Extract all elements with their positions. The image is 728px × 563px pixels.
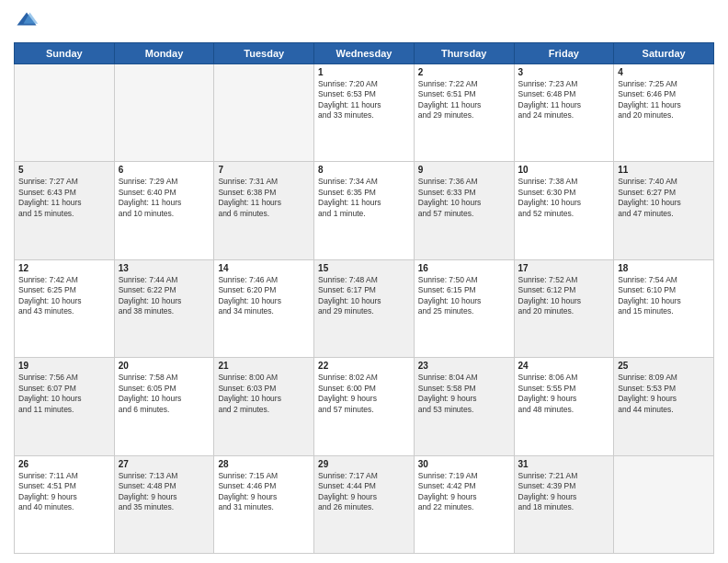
day-info: Sunrise: 7:19 AM Sunset: 4:42 PM Dayligh…: [418, 471, 510, 513]
calendar-cell: 22Sunrise: 8:02 AM Sunset: 6:00 PM Dayli…: [314, 358, 415, 455]
day-info: Sunrise: 8:09 AM Sunset: 5:53 PM Dayligh…: [618, 373, 710, 415]
day-info: Sunrise: 7:15 AM Sunset: 4:46 PM Dayligh…: [218, 471, 310, 513]
calendar-cell: 17Sunrise: 7:52 AM Sunset: 6:12 PM Dayli…: [514, 259, 614, 357]
calendar-cell: 14Sunrise: 7:46 AM Sunset: 6:20 PM Dayli…: [214, 259, 314, 357]
calendar-cell: 18Sunrise: 7:54 AM Sunset: 6:10 PM Dayli…: [614, 259, 714, 357]
calendar-cell: 25Sunrise: 8:09 AM Sunset: 5:53 PM Dayli…: [614, 358, 714, 455]
day-info: Sunrise: 7:50 AM Sunset: 6:15 PM Dayligh…: [418, 275, 510, 317]
day-info: Sunrise: 7:36 AM Sunset: 6:33 PM Dayligh…: [418, 177, 510, 219]
calendar-cell: 19Sunrise: 7:56 AM Sunset: 6:07 PM Dayli…: [15, 358, 115, 455]
day-header-thursday: Thursday: [414, 43, 514, 64]
page-container: SundayMondayTuesdayWednesdayThursdayFrid…: [0, 0, 728, 563]
header: [14, 9, 714, 35]
day-info: Sunrise: 7:20 AM Sunset: 6:53 PM Dayligh…: [318, 79, 410, 121]
day-info: Sunrise: 7:56 AM Sunset: 6:07 PM Dayligh…: [18, 373, 110, 415]
day-header-wednesday: Wednesday: [314, 43, 415, 64]
calendar-cell: 27Sunrise: 7:13 AM Sunset: 4:48 PM Dayli…: [114, 455, 214, 553]
calendar-cell: [15, 64, 115, 162]
calendar-cell: [214, 64, 314, 162]
header-row: SundayMondayTuesdayWednesdayThursdayFrid…: [15, 43, 714, 64]
day-number: 5: [18, 165, 110, 175]
calendar-cell: 29Sunrise: 7:17 AM Sunset: 4:44 PM Dayli…: [314, 455, 415, 553]
day-header-monday: Monday: [114, 43, 214, 64]
day-number: 22: [318, 361, 410, 371]
day-info: Sunrise: 8:06 AM Sunset: 5:55 PM Dayligh…: [518, 373, 610, 415]
calendar-cell: 5Sunrise: 7:27 AM Sunset: 6:43 PM Daylig…: [15, 162, 115, 259]
day-number: 11: [618, 165, 710, 175]
calendar-cell: 26Sunrise: 7:11 AM Sunset: 4:51 PM Dayli…: [15, 455, 115, 553]
day-info: Sunrise: 7:23 AM Sunset: 6:48 PM Dayligh…: [518, 79, 610, 121]
calendar-cell: 16Sunrise: 7:50 AM Sunset: 6:15 PM Dayli…: [414, 259, 514, 357]
calendar-cell: 12Sunrise: 7:42 AM Sunset: 6:25 PM Dayli…: [15, 259, 115, 357]
day-number: 4: [618, 67, 710, 77]
day-info: Sunrise: 7:29 AM Sunset: 6:40 PM Dayligh…: [119, 177, 210, 219]
calendar-cell: [614, 455, 714, 553]
day-number: 23: [418, 361, 510, 371]
week-row-1: 1Sunrise: 7:20 AM Sunset: 6:53 PM Daylig…: [15, 64, 714, 162]
day-info: Sunrise: 7:22 AM Sunset: 6:51 PM Dayligh…: [418, 79, 510, 121]
day-header-sunday: Sunday: [15, 43, 115, 64]
week-row-2: 5Sunrise: 7:27 AM Sunset: 6:43 PM Daylig…: [15, 162, 714, 259]
day-number: 1: [318, 67, 410, 77]
calendar-cell: 3Sunrise: 7:23 AM Sunset: 6:48 PM Daylig…: [514, 64, 614, 162]
day-number: 3: [518, 67, 610, 77]
day-info: Sunrise: 7:11 AM Sunset: 4:51 PM Dayligh…: [18, 471, 110, 513]
calendar-body: 1Sunrise: 7:20 AM Sunset: 6:53 PM Daylig…: [15, 64, 714, 554]
day-number: 26: [18, 459, 110, 469]
day-info: Sunrise: 7:13 AM Sunset: 4:48 PM Dayligh…: [119, 471, 210, 513]
day-number: 9: [418, 165, 510, 175]
calendar-cell: 13Sunrise: 7:44 AM Sunset: 6:22 PM Dayli…: [114, 259, 214, 357]
calendar-cell: 2Sunrise: 7:22 AM Sunset: 6:51 PM Daylig…: [414, 64, 514, 162]
day-info: Sunrise: 7:38 AM Sunset: 6:30 PM Dayligh…: [518, 177, 610, 219]
day-number: 6: [119, 165, 210, 175]
calendar-header: SundayMondayTuesdayWednesdayThursdayFrid…: [15, 43, 714, 64]
day-info: Sunrise: 7:25 AM Sunset: 6:46 PM Dayligh…: [618, 79, 710, 121]
calendar-cell: 8Sunrise: 7:34 AM Sunset: 6:35 PM Daylig…: [314, 162, 415, 259]
day-info: Sunrise: 7:58 AM Sunset: 6:05 PM Dayligh…: [119, 373, 210, 415]
calendar-cell: [114, 64, 214, 162]
day-info: Sunrise: 8:02 AM Sunset: 6:00 PM Dayligh…: [318, 373, 410, 415]
day-info: Sunrise: 7:27 AM Sunset: 6:43 PM Dayligh…: [18, 177, 110, 219]
day-number: 31: [518, 459, 610, 469]
day-info: Sunrise: 7:44 AM Sunset: 6:22 PM Dayligh…: [119, 275, 210, 317]
day-number: 29: [318, 459, 410, 469]
day-number: 13: [119, 263, 210, 273]
day-info: Sunrise: 7:42 AM Sunset: 6:25 PM Dayligh…: [18, 275, 110, 317]
day-number: 12: [18, 263, 110, 273]
calendar-cell: 24Sunrise: 8:06 AM Sunset: 5:55 PM Dayli…: [514, 358, 614, 455]
day-header-saturday: Saturday: [614, 43, 714, 64]
day-number: 16: [418, 263, 510, 273]
day-info: Sunrise: 7:40 AM Sunset: 6:27 PM Dayligh…: [618, 177, 710, 219]
day-header-tuesday: Tuesday: [214, 43, 314, 64]
calendar-cell: 7Sunrise: 7:31 AM Sunset: 6:38 PM Daylig…: [214, 162, 314, 259]
day-info: Sunrise: 7:21 AM Sunset: 4:39 PM Dayligh…: [518, 471, 610, 513]
calendar-cell: 20Sunrise: 7:58 AM Sunset: 6:05 PM Dayli…: [114, 358, 214, 455]
day-number: 30: [418, 459, 510, 469]
calendar-cell: 9Sunrise: 7:36 AM Sunset: 6:33 PM Daylig…: [414, 162, 514, 259]
day-number: 21: [218, 361, 310, 371]
calendar-cell: 11Sunrise: 7:40 AM Sunset: 6:27 PM Dayli…: [614, 162, 714, 259]
day-number: 19: [18, 361, 110, 371]
day-info: Sunrise: 8:00 AM Sunset: 6:03 PM Dayligh…: [218, 373, 310, 415]
day-number: 18: [618, 263, 710, 273]
day-number: 25: [618, 361, 710, 371]
calendar-cell: 15Sunrise: 7:48 AM Sunset: 6:17 PM Dayli…: [314, 259, 415, 357]
week-row-5: 26Sunrise: 7:11 AM Sunset: 4:51 PM Dayli…: [15, 455, 714, 553]
day-number: 27: [119, 459, 210, 469]
day-info: Sunrise: 7:34 AM Sunset: 6:35 PM Dayligh…: [318, 177, 410, 219]
day-number: 17: [518, 263, 610, 273]
calendar-cell: 10Sunrise: 7:38 AM Sunset: 6:30 PM Dayli…: [514, 162, 614, 259]
day-info: Sunrise: 7:17 AM Sunset: 4:44 PM Dayligh…: [318, 471, 410, 513]
calendar-cell: 6Sunrise: 7:29 AM Sunset: 6:40 PM Daylig…: [114, 162, 214, 259]
calendar-cell: 1Sunrise: 7:20 AM Sunset: 6:53 PM Daylig…: [314, 64, 415, 162]
logo: [14, 9, 43, 35]
calendar-cell: 30Sunrise: 7:19 AM Sunset: 4:42 PM Dayli…: [414, 455, 514, 553]
day-info: Sunrise: 7:48 AM Sunset: 6:17 PM Dayligh…: [318, 275, 410, 317]
calendar-cell: 23Sunrise: 8:04 AM Sunset: 5:58 PM Dayli…: [414, 358, 514, 455]
day-info: Sunrise: 8:04 AM Sunset: 5:58 PM Dayligh…: [418, 373, 510, 415]
day-number: 24: [518, 361, 610, 371]
day-number: 20: [119, 361, 210, 371]
week-row-3: 12Sunrise: 7:42 AM Sunset: 6:25 PM Dayli…: [15, 259, 714, 357]
calendar-cell: 28Sunrise: 7:15 AM Sunset: 4:46 PM Dayli…: [214, 455, 314, 553]
logo-icon: [14, 9, 40, 35]
